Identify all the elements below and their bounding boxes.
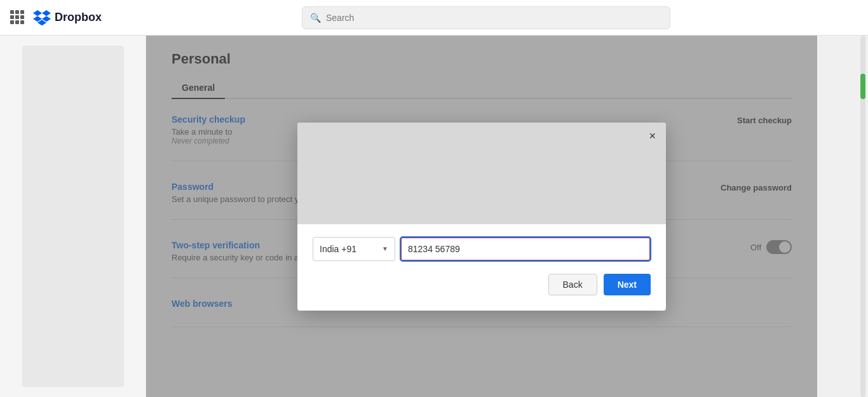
dialog-inputs: India +91 ▼ [313,237,651,261]
search-bar[interactable]: 🔍 [302,6,670,29]
country-select[interactable]: India +91 ▼ [313,237,395,261]
country-select-label: India +91 [320,244,356,254]
sidebar [0,36,146,397]
dialog-close-button[interactable]: × [649,130,656,142]
topnav: Dropbox 🔍 [0,0,868,36]
modal-overlay: × India +91 ▼ Back Next [146,36,817,397]
dropbox-logo-text: Dropbox [55,11,102,24]
sidebar-nav [22,46,124,387]
phone-input-wrap [400,237,651,261]
dropbox-logo[interactable]: Dropbox [33,10,102,25]
back-button[interactable]: Back [548,274,597,295]
search-input[interactable] [326,13,662,23]
scrollbar-thumb[interactable] [860,74,865,99]
chevron-down-icon: ▼ [382,245,388,252]
phone-input[interactable] [402,238,649,260]
grid-menu-icon[interactable] [10,10,25,25]
scrollbar-track [860,36,865,397]
next-button[interactable]: Next [604,274,651,295]
search-icon: 🔍 [310,13,321,23]
dialog-image [297,123,666,224]
dialog-actions: Back Next [297,274,666,295]
right-panel [817,36,868,397]
dialog-body: India +91 ▼ [297,224,666,261]
phone-dialog: × India +91 ▼ Back Next [297,123,666,311]
main-content: Personal General Security checkup Take a… [146,36,817,397]
